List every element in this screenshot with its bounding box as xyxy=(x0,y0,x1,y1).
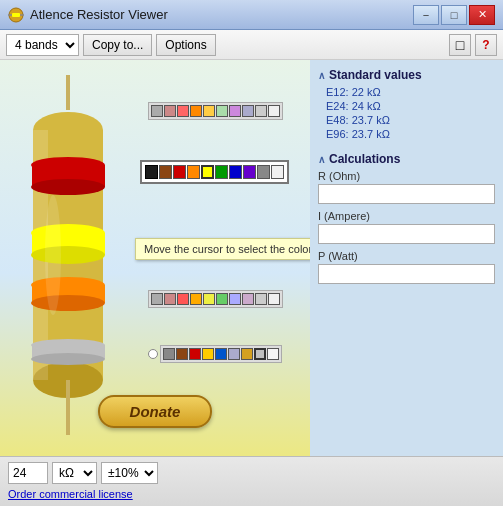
e96-value: E96: 23.7 kΩ xyxy=(326,128,495,140)
p-input[interactable] xyxy=(318,264,495,284)
bottom-bar: 24 kΩ Ω MΩ ±10% ±1% ±2% ±5% ±20% Order c… xyxy=(0,456,503,506)
calc-chevron[interactable]: ∧ xyxy=(318,154,325,165)
copy-to-button[interactable]: Copy to... xyxy=(83,34,152,56)
band2-palette-active[interactable] xyxy=(140,160,289,184)
band2-gray[interactable] xyxy=(257,165,270,179)
svg-point-20 xyxy=(31,353,105,365)
resistance-field: R (Ohm) xyxy=(318,170,495,204)
band4-radio[interactable] xyxy=(148,349,158,359)
svg-point-19 xyxy=(31,339,105,351)
donate-button[interactable]: Donate xyxy=(98,395,213,428)
band3-swatch-8[interactable] xyxy=(255,293,267,305)
title-bar-buttons: − □ ✕ xyxy=(413,5,495,25)
calculations-section: ∧ Calculations R (Ohm) I (Ampere) P (Wat… xyxy=(318,152,495,290)
band1-swatch-3[interactable] xyxy=(190,105,202,117)
license-link[interactable]: Order commercial license xyxy=(8,488,133,500)
svg-point-16 xyxy=(31,277,105,293)
i-input[interactable] xyxy=(318,224,495,244)
band4-swatch-0[interactable] xyxy=(163,348,175,360)
help-icon-button[interactable]: ? xyxy=(475,34,497,56)
band3-swatch-1[interactable] xyxy=(164,293,176,305)
close-button[interactable]: ✕ xyxy=(469,5,495,25)
band3-swatch-7[interactable] xyxy=(242,293,254,305)
bottom-values-row: 24 kΩ Ω MΩ ±10% ±1% ±2% ±5% ±20% xyxy=(8,462,495,484)
color-tooltip: Move the cursor to select the color of t… xyxy=(135,238,310,260)
band3-swatch-5[interactable] xyxy=(216,293,228,305)
band3-swatch-2[interactable] xyxy=(177,293,189,305)
band4-swatch-3[interactable] xyxy=(202,348,214,360)
band3-palette-row xyxy=(148,290,283,308)
band2-orange[interactable] xyxy=(187,165,200,179)
resistor-svg xyxy=(8,75,128,435)
svg-point-11 xyxy=(31,179,105,195)
minimize-button[interactable]: − xyxy=(413,5,439,25)
band4-swatch-5[interactable] xyxy=(228,348,240,360)
svg-point-13 xyxy=(31,224,105,242)
band-count-select[interactable]: 4 bands 3 bands 5 bands 6 bands xyxy=(6,34,79,56)
band1-swatch-1[interactable] xyxy=(164,105,176,117)
band4-swatch-1[interactable] xyxy=(176,348,188,360)
standard-values-header: ∧ Standard values xyxy=(318,68,495,82)
band1-swatch-9[interactable] xyxy=(268,105,280,117)
svg-point-14 xyxy=(31,246,105,264)
band2-violet[interactable] xyxy=(243,165,256,179)
std-values-chevron[interactable]: ∧ xyxy=(318,70,325,81)
title-bar: Atlence Resistor Viewer − □ ✕ xyxy=(0,0,503,30)
i-label: I (Ampere) xyxy=(318,210,495,222)
band3-swatch-0[interactable] xyxy=(151,293,163,305)
band2-brown[interactable] xyxy=(159,165,172,179)
current-field: I (Ampere) xyxy=(318,210,495,244)
band1-swatch-gray[interactable] xyxy=(151,105,163,117)
band1-swatch-6[interactable] xyxy=(229,105,241,117)
title-text: Atlence Resistor Viewer xyxy=(30,7,168,22)
toolbar: 4 bands 3 bands 5 bands 6 bands Copy to.… xyxy=(0,30,503,60)
e24-value: E24: 24 kΩ xyxy=(326,100,495,112)
right-panel: ∧ Standard values E12: 22 kΩ E24: 24 kΩ … xyxy=(310,60,503,486)
calculations-title: Calculations xyxy=(329,152,400,166)
band2-yellow-selected[interactable] xyxy=(201,165,214,179)
app-icon xyxy=(8,7,24,23)
band2-blue[interactable] xyxy=(229,165,242,179)
band4-silver-selected[interactable] xyxy=(254,348,266,360)
band2-green[interactable] xyxy=(215,165,228,179)
svg-point-10 xyxy=(31,157,105,173)
band1-swatch-5[interactable] xyxy=(216,105,228,117)
standard-values-section: ∧ Standard values E12: 22 kΩ E24: 24 kΩ … xyxy=(318,68,495,142)
band1-swatch-8[interactable] xyxy=(255,105,267,117)
calculations-header: ∧ Calculations xyxy=(318,152,495,166)
tolerance-select[interactable]: ±10% ±1% ±2% ±5% ±20% xyxy=(101,462,158,484)
band4-swatch-6[interactable] xyxy=(241,348,253,360)
e12-value: E12: 22 kΩ xyxy=(326,86,495,98)
donate-area: Donate xyxy=(0,386,310,436)
band1-swatch-2[interactable] xyxy=(177,105,189,117)
license-link-container: Order commercial license xyxy=(8,487,495,501)
maximize-button[interactable]: □ xyxy=(441,5,467,25)
title-bar-left: Atlence Resistor Viewer xyxy=(8,7,168,23)
band1-palette-row xyxy=(148,102,283,120)
band4-swatch-2[interactable] xyxy=(189,348,201,360)
band4-swatch-8[interactable] xyxy=(267,348,279,360)
standard-values-title: Standard values xyxy=(329,68,422,82)
band2-black[interactable] xyxy=(145,165,158,179)
p-label: P (Watt) xyxy=(318,250,495,262)
unit-select[interactable]: kΩ Ω MΩ xyxy=(52,462,97,484)
r-input[interactable] xyxy=(318,184,495,204)
band4-palette-row xyxy=(148,345,282,363)
r-label: R (Ohm) xyxy=(318,170,495,182)
band2-white[interactable] xyxy=(271,165,284,179)
left-panel: Move the cursor to select the color of t… xyxy=(0,60,310,486)
band3-swatch-3[interactable] xyxy=(190,293,202,305)
power-field: P (Watt) xyxy=(318,250,495,284)
band2-red[interactable] xyxy=(173,165,186,179)
band1-swatch-7[interactable] xyxy=(242,105,254,117)
band3-swatch-6[interactable] xyxy=(229,293,241,305)
svg-point-22 xyxy=(45,195,61,315)
svg-point-17 xyxy=(31,295,105,311)
band3-swatch-9[interactable] xyxy=(268,293,280,305)
resistance-value-display: 24 xyxy=(8,462,48,484)
options-button[interactable]: Options xyxy=(156,34,215,56)
square-icon-button[interactable]: □ xyxy=(449,34,471,56)
band1-swatch-4[interactable] xyxy=(203,105,215,117)
band4-swatch-4[interactable] xyxy=(215,348,227,360)
band3-swatch-4[interactable] xyxy=(203,293,215,305)
